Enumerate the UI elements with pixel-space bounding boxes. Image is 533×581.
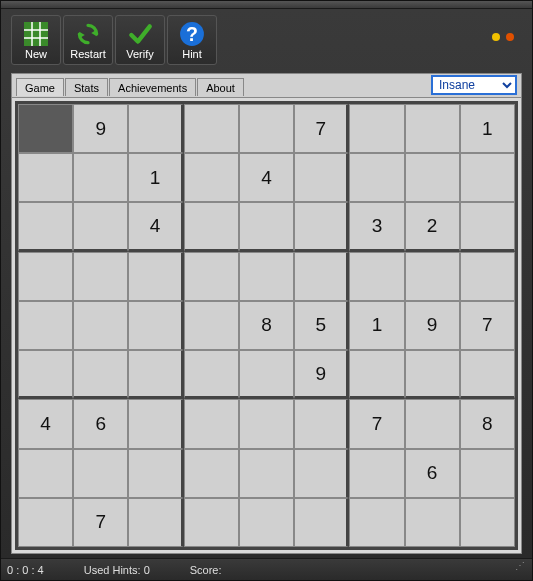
sudoku-cell[interactable] bbox=[184, 104, 239, 153]
sudoku-cell[interactable]: 5 bbox=[294, 301, 349, 350]
resize-grip[interactable]: ⋰ bbox=[512, 563, 526, 577]
sudoku-cell[interactable] bbox=[184, 498, 239, 547]
sudoku-cell[interactable] bbox=[460, 202, 515, 251]
sudoku-cell[interactable] bbox=[128, 301, 183, 350]
sudoku-cell[interactable] bbox=[18, 301, 73, 350]
sudoku-cell[interactable] bbox=[239, 202, 294, 251]
sudoku-cell[interactable]: 6 bbox=[73, 399, 128, 448]
close-dot[interactable] bbox=[506, 33, 514, 41]
sudoku-cell[interactable] bbox=[73, 301, 128, 350]
sudoku-cell[interactable] bbox=[184, 350, 239, 399]
sudoku-cell[interactable] bbox=[460, 449, 515, 498]
sudoku-cell[interactable]: 1 bbox=[460, 104, 515, 153]
sudoku-cell[interactable] bbox=[73, 252, 128, 301]
svg-text:?: ? bbox=[186, 22, 198, 44]
tab-about[interactable]: About bbox=[197, 78, 244, 96]
restart-button[interactable]: Restart bbox=[63, 15, 113, 65]
sudoku-cell[interactable] bbox=[349, 449, 404, 498]
sudoku-cell[interactable] bbox=[18, 202, 73, 251]
sudoku-cell[interactable] bbox=[460, 153, 515, 202]
sudoku-cell[interactable] bbox=[294, 399, 349, 448]
sudoku-cell[interactable] bbox=[18, 498, 73, 547]
sudoku-cell[interactable] bbox=[294, 449, 349, 498]
sudoku-cell[interactable] bbox=[239, 449, 294, 498]
new-button-label: New bbox=[25, 48, 47, 60]
sudoku-cell[interactable] bbox=[239, 399, 294, 448]
sudoku-cell[interactable] bbox=[73, 449, 128, 498]
tab-achievements[interactable]: Achievements bbox=[109, 78, 196, 96]
sudoku-cell[interactable] bbox=[184, 252, 239, 301]
svg-marker-6 bbox=[79, 31, 84, 38]
sudoku-cell[interactable] bbox=[405, 399, 460, 448]
sudoku-cell[interactable]: 7 bbox=[294, 104, 349, 153]
sudoku-cell[interactable] bbox=[349, 153, 404, 202]
sudoku-cell[interactable] bbox=[239, 252, 294, 301]
sudoku-cell[interactable]: 1 bbox=[349, 301, 404, 350]
sudoku-cell[interactable]: 4 bbox=[128, 202, 183, 251]
sudoku-cell[interactable] bbox=[294, 498, 349, 547]
sudoku-cell[interactable] bbox=[18, 449, 73, 498]
sudoku-cell[interactable] bbox=[73, 202, 128, 251]
sudoku-cell[interactable] bbox=[460, 252, 515, 301]
tab-stats[interactable]: Stats bbox=[65, 78, 108, 96]
sudoku-cell[interactable] bbox=[349, 498, 404, 547]
titlebar[interactable] bbox=[1, 1, 532, 9]
sudoku-cell[interactable]: 7 bbox=[73, 498, 128, 547]
sudoku-cell[interactable] bbox=[128, 498, 183, 547]
sudoku-cell[interactable] bbox=[405, 498, 460, 547]
sudoku-cell[interactable]: 1 bbox=[128, 153, 183, 202]
sudoku-cell[interactable] bbox=[239, 350, 294, 399]
sudoku-cell[interactable] bbox=[18, 252, 73, 301]
sudoku-cell[interactable] bbox=[128, 399, 183, 448]
hint-button[interactable]: ? Hint bbox=[167, 15, 217, 65]
sudoku-cell[interactable]: 3 bbox=[349, 202, 404, 251]
sudoku-cell[interactable] bbox=[184, 202, 239, 251]
sudoku-cell[interactable] bbox=[184, 449, 239, 498]
sudoku-cell[interactable] bbox=[460, 498, 515, 547]
sudoku-cell[interactable]: 2 bbox=[405, 202, 460, 251]
sudoku-cell[interactable]: 7 bbox=[460, 301, 515, 350]
sudoku-cell[interactable] bbox=[294, 202, 349, 251]
sudoku-cell[interactable] bbox=[184, 301, 239, 350]
new-button[interactable]: New bbox=[11, 15, 61, 65]
sudoku-cell[interactable] bbox=[73, 153, 128, 202]
sudoku-cell[interactable] bbox=[405, 153, 460, 202]
sudoku-cell[interactable]: 9 bbox=[294, 350, 349, 399]
sudoku-cell[interactable] bbox=[460, 350, 515, 399]
sudoku-cell[interactable] bbox=[294, 252, 349, 301]
sudoku-cell[interactable] bbox=[18, 350, 73, 399]
sudoku-cell[interactable] bbox=[294, 153, 349, 202]
minimize-dot[interactable] bbox=[492, 33, 500, 41]
hint-button-label: Hint bbox=[182, 48, 202, 60]
sudoku-cell[interactable]: 9 bbox=[405, 301, 460, 350]
sudoku-cell[interactable] bbox=[239, 104, 294, 153]
sudoku-cell[interactable]: 4 bbox=[239, 153, 294, 202]
sudoku-cell[interactable] bbox=[349, 104, 404, 153]
tab-game[interactable]: Game bbox=[16, 78, 64, 96]
sudoku-cell[interactable] bbox=[128, 252, 183, 301]
sudoku-cell[interactable] bbox=[73, 350, 128, 399]
sudoku-cell[interactable] bbox=[18, 153, 73, 202]
sudoku-cell[interactable] bbox=[128, 350, 183, 399]
sudoku-cell[interactable] bbox=[184, 153, 239, 202]
status-hints: Used Hints: 0 bbox=[84, 564, 150, 576]
sudoku-cell[interactable] bbox=[405, 350, 460, 399]
sudoku-cell[interactable]: 8 bbox=[239, 301, 294, 350]
sudoku-cell[interactable] bbox=[405, 252, 460, 301]
sudoku-cell[interactable] bbox=[128, 449, 183, 498]
tabs: Game Stats Achievements About bbox=[16, 77, 245, 95]
sudoku-cell[interactable] bbox=[128, 104, 183, 153]
sudoku-cell[interactable] bbox=[184, 399, 239, 448]
sudoku-cell[interactable] bbox=[349, 350, 404, 399]
verify-button[interactable]: Verify bbox=[115, 15, 165, 65]
sudoku-cell[interactable] bbox=[349, 252, 404, 301]
sudoku-cell[interactable] bbox=[405, 104, 460, 153]
sudoku-cell[interactable]: 8 bbox=[460, 399, 515, 448]
sudoku-cell[interactable]: 6 bbox=[405, 449, 460, 498]
sudoku-cell[interactable]: 4 bbox=[18, 399, 73, 448]
difficulty-select[interactable]: Insane bbox=[431, 75, 517, 95]
sudoku-cell[interactable]: 7 bbox=[349, 399, 404, 448]
sudoku-cell[interactable] bbox=[18, 104, 73, 153]
sudoku-cell[interactable] bbox=[239, 498, 294, 547]
sudoku-cell[interactable]: 9 bbox=[73, 104, 128, 153]
